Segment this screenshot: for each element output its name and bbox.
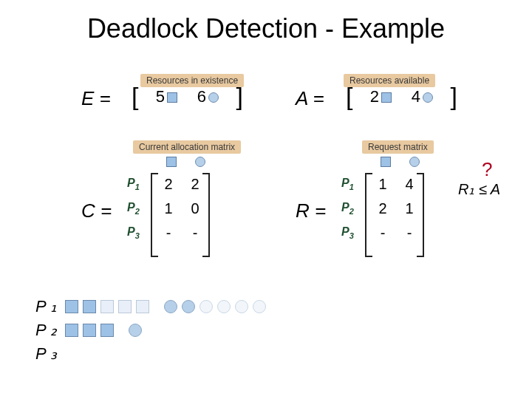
C-3-2: - — [182, 225, 208, 242]
A-val-2: 4 — [409, 87, 435, 106]
R-1-1: 1 — [369, 176, 396, 193]
R-matrix: P1 1 4 P2 2 1 P3 - - — [341, 176, 432, 242]
proc-label-p2: P ₂ — [35, 321, 61, 340]
R-2-2: 1 — [396, 200, 423, 217]
A-label: A = — [296, 87, 324, 110]
bracket-right: ] — [236, 88, 242, 106]
square-icon — [381, 157, 391, 167]
R-label: R = — [296, 200, 326, 222]
square-icon — [65, 300, 78, 313]
circle-icon — [200, 300, 213, 313]
C-3-1: - — [155, 225, 182, 242]
square-icon — [83, 300, 96, 313]
C-2-1: 1 — [155, 200, 182, 217]
square-icon — [83, 324, 96, 337]
C-row-p3: P3 — [127, 225, 146, 240]
E-vector: [ 5 6 ] — [132, 87, 243, 106]
C-1-1: 2 — [155, 176, 182, 193]
C-col-headers — [164, 157, 205, 167]
R-row-p2: P2 — [341, 201, 361, 216]
proc-row-p2: P ₂ — [35, 321, 142, 340]
circle-icon — [409, 157, 420, 167]
label-request-matrix: Request matrix — [362, 140, 434, 154]
circle-icon — [129, 324, 142, 337]
R-col-headers — [378, 157, 420, 167]
square-icon — [100, 324, 114, 337]
C-label: C = — [81, 200, 112, 222]
square-icon — [136, 300, 149, 313]
C-2-2: 0 — [182, 200, 208, 217]
proc-label-p3: P ₃ — [35, 344, 61, 364]
circle-icon — [253, 300, 266, 313]
A-vector: [ 2 4 ] — [346, 87, 457, 106]
question-mark: ? — [482, 158, 492, 181]
square-icon — [65, 324, 78, 337]
circle-icon — [235, 300, 248, 313]
circle-icon — [217, 300, 231, 313]
A-val-1: 2 — [367, 87, 394, 106]
proc-row-p3: P ₃ — [35, 344, 61, 364]
E-val-1: 5 — [153, 87, 180, 106]
R-row-p1: P1 — [341, 177, 361, 191]
square-icon — [118, 300, 132, 313]
square-icon — [166, 157, 177, 167]
C-matrix: P1 2 2 P2 1 0 P3 - - — [127, 176, 217, 242]
E-label: E = — [81, 87, 111, 110]
R-row-p3: P3 — [341, 225, 361, 240]
label-resources-existence: Resources in existence — [140, 74, 244, 87]
square-icon — [381, 92, 392, 103]
label-resources-available: Resources available — [344, 74, 435, 87]
E-val-2: 6 — [194, 87, 221, 106]
bracket-left: [ — [346, 88, 352, 106]
circle-icon — [423, 92, 433, 103]
slide-title: Deadlock Detection - Example — [0, 0, 532, 44]
proc-row-p1: P ₁ — [35, 297, 266, 316]
circle-icon — [164, 300, 177, 313]
label-alloc-matrix: Current allocation matrix — [133, 140, 241, 154]
circle-icon — [195, 157, 205, 167]
C-row-p1: P1 — [127, 177, 146, 191]
C-1-2: 2 — [182, 176, 208, 193]
square-icon — [167, 92, 177, 103]
R-1-2: 4 — [396, 176, 423, 193]
circle-icon — [182, 300, 195, 313]
bracket-left: [ — [132, 88, 138, 106]
square-icon — [100, 300, 114, 313]
circle-icon — [208, 92, 219, 103]
check-expr: R₁ ≤ A — [458, 180, 500, 198]
R-2-1: 2 — [369, 200, 396, 217]
proc-label-p1: P ₁ — [35, 297, 61, 316]
bracket-right: ] — [450, 88, 457, 106]
R-3-1: - — [369, 225, 396, 242]
R-3-2: - — [396, 225, 423, 242]
C-row-p2: P2 — [127, 201, 146, 216]
